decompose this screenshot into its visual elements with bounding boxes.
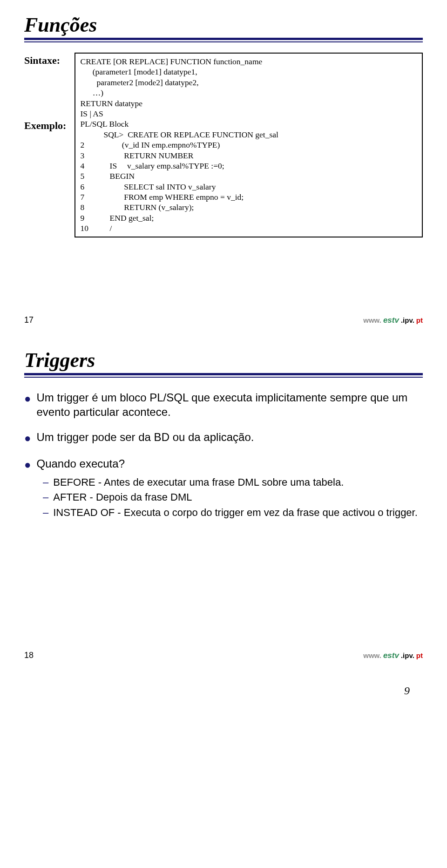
slide-title: Funções [24,13,423,37]
title-rule-thin [24,377,423,378]
bullet-list: ● Um trigger é um bloco PL/SQL que execu… [24,391,423,520]
sub-bullet-item: – AFTER - Depois da frase DML [43,491,423,504]
sub-bullet-item: – BEFORE - Antes de executar uma frase D… [43,476,423,489]
logo-pt: pt [416,651,423,659]
logo-www: www. [363,651,381,659]
example-line: 7 FROM emp WHERE empno = v_id; [80,192,417,202]
example-line: SQL> CREATE OR REPLACE FUNCTION get_sal [80,129,417,140]
sub-bullet-text: BEFORE - Antes de executar uma frase DML… [53,476,423,489]
logo-www: www. [363,316,381,324]
bullet-text: Quando executa? [37,457,423,471]
sub-bullet-text: INSTEAD OF - Executa o corpo do trigger … [53,506,423,520]
example-line: 4 IS v_salary emp.sal%TYPE :=0; [80,161,417,171]
slide-number: 18 [24,651,34,660]
syntax-line: IS | AS [80,108,417,119]
syntax-line: (parameter1 [mode1] datatype1, [80,67,417,77]
example-line: 9 END get_sal; [80,213,417,223]
page-number: 9 [0,671,447,725]
code-box: CREATE [OR REPLACE] FUNCTION function_na… [74,53,423,237]
label-sintaxe: Sintaxe: [24,54,60,67]
example-line: 3 RETURN NUMBER [80,150,417,161]
syntax-block: CREATE [OR REPLACE] FUNCTION function_na… [80,56,417,129]
label-column: Sintaxe: Exemplo: [24,53,66,237]
title-rule-thick [24,373,423,375]
syntax-line: parameter2 [mode2] datatype2, [80,77,417,88]
logo-estv: estv [383,316,399,325]
example-line: 5 BEGIN [80,171,417,181]
label-exemplo: Exemplo: [24,120,66,132]
bullet-item: ● Quando executa? [24,457,423,472]
bullet-item: ● Um trigger é um bloco PL/SQL que execu… [24,391,423,419]
footer-logo: www.estv.ipv.pt [363,651,423,660]
bullet-dash-icon: – [43,476,48,489]
footer-logo: www.estv.ipv.pt [363,316,423,325]
syntax-line: CREATE [OR REPLACE] FUNCTION function_na… [80,56,417,67]
bullet-dot-icon: ● [24,458,31,472]
bullet-dash-icon: – [43,491,48,504]
logo-pt: pt [416,316,423,324]
logo-ipv: .ipv. [401,316,414,324]
bullet-text: Um trigger é um bloco PL/SQL que executa… [37,391,423,419]
logo-estv: estv [383,651,399,660]
slide-number: 17 [24,315,34,325]
bullet-text: Um trigger pode ser da BD ou da aplicaçã… [37,430,423,445]
content-row: Sintaxe: Exemplo: CREATE [OR REPLACE] FU… [24,53,423,237]
syntax-line: PL/SQL Block [80,119,417,129]
bullet-dot-icon: ● [24,431,31,446]
slide-footer: 17 www.estv.ipv.pt [24,315,423,325]
example-line: 2 (v_id IN emp.empno%TYPE) [80,140,417,150]
slide-1: Funções Sintaxe: Exemplo: CREATE [OR REP… [0,0,447,335]
example-line: 6 SELECT sal INTO v_salary [80,182,417,192]
bullet-item: ● Um trigger pode ser da BD ou da aplica… [24,430,423,446]
example-line: 10 / [80,223,417,233]
slide-2: Triggers ● Um trigger é um bloco PL/SQL … [0,335,447,671]
title-rule-thick [24,38,423,40]
example-block: SQL> CREATE OR REPLACE FUNCTION get_sal … [80,129,417,234]
title-rule-thin [24,41,423,42]
syntax-line: …) [80,88,417,98]
slide-footer: 18 www.estv.ipv.pt [24,651,423,660]
syntax-line: RETURN datatype [80,98,417,108]
example-line: 8 RETURN (v_salary); [80,202,417,212]
logo-ipv: .ipv. [401,651,414,659]
slide-title: Triggers [24,348,423,372]
bullet-dot-icon: ● [24,392,31,406]
sub-bullet-text: AFTER - Depois da frase DML [53,491,423,504]
sub-bullet-item: – INSTEAD OF - Executa o corpo do trigge… [43,506,423,520]
bullet-dash-icon: – [43,506,48,520]
